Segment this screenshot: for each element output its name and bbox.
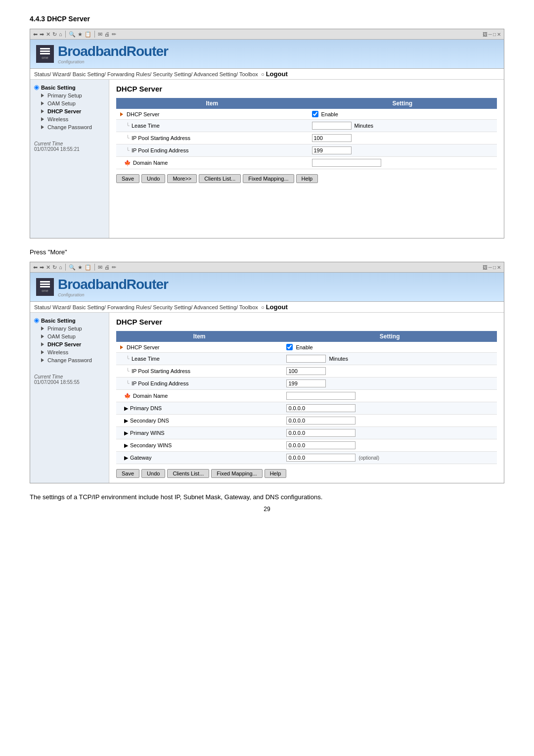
setting-cell-lease: Minutes — [312, 122, 493, 130]
refresh-icon[interactable]: ↻ — [52, 31, 57, 38]
primary-dns-input[interactable] — [286, 404, 356, 412]
nav-bar-2: Status/ Wizard/ Basic Setting/ Forwardin… — [30, 302, 504, 313]
domain-icon: 🍁 — [124, 160, 131, 166]
item-label-secondary-wins: ▶ Secondary WINS — [120, 442, 278, 449]
button-row-1: Save Undo More>> Clients List... Fixed M… — [116, 174, 497, 183]
sidebar-item-primary-setup-1[interactable]: Primary Setup — [34, 92, 105, 99]
undo-button-2[interactable]: Undo — [141, 469, 165, 478]
search-icon[interactable]: 🔍 — [69, 31, 76, 38]
maximize-icon[interactable]: □ — [493, 32, 496, 37]
browser-toolbar-1: ⬅ ➡ ✕ ↻ ⌂ 🔍 ★ 📋 ✉ 🖨 ✏ 🖼 ─ □ ✕ — [30, 29, 504, 40]
mail-icon-2[interactable]: ✉ — [98, 264, 102, 271]
stop-icon-2[interactable]: ✕ — [46, 264, 50, 271]
favorites-icon[interactable]: ★ — [78, 31, 83, 38]
forward-icon[interactable]: ➡ — [40, 31, 44, 38]
separator-4 — [94, 264, 95, 271]
minimize-icon[interactable]: ─ — [489, 32, 492, 37]
close-icon[interactable]: ✕ — [497, 32, 501, 37]
history-icon-2[interactable]: 📋 — [85, 264, 91, 271]
help-button-2[interactable]: Help — [265, 469, 287, 478]
secondary-dns-input[interactable] — [286, 417, 356, 425]
section-title: 4.4.3 DHCP Server — [30, 15, 504, 23]
sidebar-item-primary-setup-2[interactable]: Primary Setup — [34, 325, 105, 332]
logout-link-2[interactable]: Logout — [266, 303, 288, 311]
save-button-2[interactable]: Save — [116, 469, 139, 478]
forward-icon-2[interactable]: ➡ — [40, 264, 44, 271]
minimize-icon-2[interactable]: ─ — [489, 265, 492, 270]
gateway-input[interactable] — [286, 454, 356, 462]
ip-start-input-2[interactable] — [286, 367, 326, 375]
domain-input-2[interactable] — [286, 392, 356, 400]
back-icon-2[interactable]: ⬅ — [33, 264, 38, 271]
primary-wins-input[interactable] — [286, 429, 356, 437]
sidebar-item-dhcp-server-1[interactable]: DHCP Server — [34, 107, 105, 115]
print-icon[interactable]: 🖨 — [104, 31, 110, 37]
table-row: ╰ IP Pool Starting Address — [116, 132, 497, 144]
fixed-mapping-button-2[interactable]: Fixed Mapping... — [211, 469, 262, 478]
item-label-ip-start-2: ╰ IP Pool Starting Address — [120, 368, 278, 375]
clients-list-button-2[interactable]: Clients List... — [167, 469, 209, 478]
mail-icon[interactable]: ✉ — [98, 31, 102, 38]
sub-arrow-2: ╰ — [126, 135, 130, 142]
brand-text-1: BroadbandRouter Configuration — [58, 44, 168, 64]
maximize-icon-2[interactable]: □ — [493, 265, 496, 270]
lease-time-input[interactable] — [312, 122, 352, 130]
help-button-1[interactable]: Help — [296, 174, 318, 183]
clients-list-button-1[interactable]: Clients List... — [199, 174, 241, 183]
item-text-dhcp-2: DHCP Server — [127, 344, 159, 350]
sidebar-radio-2[interactable] — [34, 318, 39, 323]
dhcp-enable-checkbox[interactable] — [312, 111, 318, 117]
sidebar-section-title-2[interactable]: Basic Setting — [34, 317, 105, 325]
close-icon-2[interactable]: ✕ — [497, 265, 501, 270]
secondary-wins-input[interactable] — [286, 441, 356, 449]
fixed-mapping-button-1[interactable]: Fixed Mapping... — [243, 174, 294, 183]
edit-icon-2[interactable]: ✏ — [112, 264, 116, 271]
domain-input[interactable] — [312, 159, 381, 167]
home-icon-2[interactable]: ⌂ — [59, 264, 62, 270]
home-icon[interactable]: ⌂ — [59, 31, 62, 37]
setting-cell-gateway: (optional) — [286, 454, 493, 462]
favorites-icon-2[interactable]: ★ — [78, 264, 83, 271]
sidebar-item-wireless-1[interactable]: Wireless — [34, 115, 105, 123]
undo-button-1[interactable]: Undo — [141, 174, 165, 183]
main-panel-1: DHCP Server Item Setting — [109, 80, 504, 238]
table-row: ▶ Gateway (optional) — [116, 452, 497, 464]
edit-icon[interactable]: ✏ — [112, 31, 116, 38]
dhcp-enable-checkbox-2[interactable] — [286, 344, 293, 350]
sidebar-item-change-password-1[interactable]: Change Password — [34, 123, 105, 131]
sidebar-section-title-1[interactable]: Basic Setting — [34, 84, 105, 92]
ip-end-input[interactable] — [312, 146, 352, 154]
stop-icon[interactable]: ✕ — [46, 31, 50, 38]
save-button-1[interactable]: Save — [116, 174, 139, 183]
sidebar-radio-1[interactable] — [34, 85, 39, 90]
back-icon[interactable]: ⬅ — [33, 31, 38, 38]
brand-text-2: BroadbandRouter Configuration — [58, 277, 168, 297]
dhcp-table-2: Item Setting DHCP Server — [116, 331, 497, 464]
gateway-icon: ▶ — [124, 455, 128, 461]
sidebar-item-wireless-2[interactable]: Wireless — [34, 348, 105, 356]
more-button-1[interactable]: More>> — [167, 174, 197, 183]
item-label-primary-wins: ▶ Primary WINS — [120, 430, 278, 436]
lease-time-input-2[interactable] — [286, 355, 326, 363]
ip-start-input[interactable] — [312, 134, 352, 142]
logo-line-text-2: one — [42, 288, 48, 293]
print-icon-2[interactable]: 🖨 — [104, 264, 110, 270]
table-row: 🍁 Domain Name — [116, 390, 497, 402]
logo-icon-2: one — [36, 278, 54, 296]
sidebar-item-oam-setup-2[interactable]: OAM Setup — [34, 332, 105, 340]
ip-end-input-2[interactable] — [286, 379, 326, 387]
nav-links-2[interactable]: Status/ Wizard/ Basic Setting/ Forwardin… — [34, 304, 258, 310]
sub-arrow-ip-end-2: ╰ — [126, 380, 130, 387]
sidebar-item-dhcp-server-2[interactable]: DHCP Server — [34, 340, 105, 348]
router-header-2: one BroadbandRouter Configuration — [30, 273, 504, 302]
nav-links-1[interactable]: Status/ Wizard/ Basic Setting/ Forwardin… — [34, 71, 258, 77]
history-icon[interactable]: 📋 — [85, 31, 91, 38]
sidebar-item-change-password-2[interactable]: Change Password — [34, 356, 105, 364]
logout-link-1[interactable]: Logout — [266, 70, 288, 78]
refresh-icon-2[interactable]: ↻ — [52, 264, 57, 271]
sub-arrow-ip-start-2: ╰ — [126, 368, 130, 375]
item-text-lease: Lease Time — [132, 123, 160, 129]
page-number: 29 — [30, 506, 504, 513]
sidebar-item-oam-setup-1[interactable]: OAM Setup — [34, 99, 105, 107]
search-icon-2[interactable]: 🔍 — [69, 264, 76, 271]
